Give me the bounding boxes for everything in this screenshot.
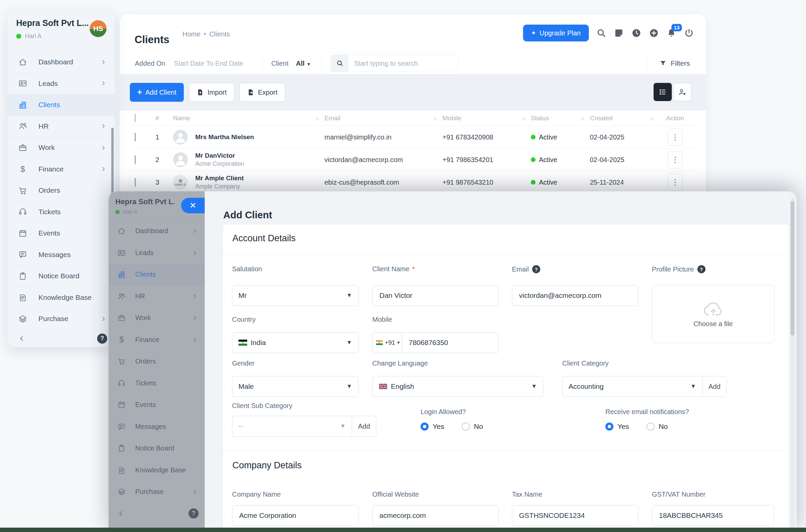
mobile-input[interactable] — [408, 338, 492, 347]
sort-icon[interactable]: ↑↓ — [650, 115, 659, 121]
filters-button[interactable]: Filters — [659, 59, 690, 68]
row-checkbox[interactable] — [134, 133, 136, 141]
col-action: Action — [659, 115, 691, 122]
sidebar-item-label: Messages — [38, 251, 71, 259]
tax-name-input[interactable] — [518, 511, 632, 520]
col-created[interactable]: Created↑↓ — [590, 115, 659, 122]
client-name[interactable]: Mr Ample Client — [195, 174, 244, 182]
row-checkbox[interactable] — [134, 155, 136, 164]
sidebar-item-knowledge-base: Knowledge Base — [109, 459, 205, 481]
row-actions-button[interactable]: ⋮ — [668, 128, 682, 146]
sidebar-nav: Dashboard Leads Clients — [109, 220, 205, 503]
add-category-button[interactable]: Add — [702, 376, 727, 397]
search-input[interactable] — [349, 60, 458, 68]
funnel-icon — [659, 60, 667, 67]
mobile-country-code-select[interactable]: +91▼ — [372, 332, 402, 353]
upgrade-plan-button[interactable]: ✦ Upgrade Plan — [523, 24, 589, 41]
quick-add-icon[interactable] — [649, 28, 659, 38]
login-yes-label: Yes — [433, 422, 444, 431]
sort-icon[interactable]: ↑↓ — [315, 115, 325, 121]
import-button[interactable]: Import — [189, 83, 234, 102]
notifications-yes-radio[interactable] — [605, 422, 613, 431]
table-row: 3 ◍ AMPLE Mr Ample Client Ample Company — [130, 171, 696, 193]
breadcrumb-home[interactable]: Home — [182, 30, 200, 38]
gst-number-input[interactable] — [658, 511, 768, 520]
clock-icon[interactable] — [631, 28, 641, 38]
sidebar-item-finance[interactable]: $ Finance — [7, 159, 115, 180]
sort-icon[interactable]: ↑↓ — [433, 115, 442, 121]
col-mobile[interactable]: Mobile↑↓ — [442, 115, 531, 122]
sidebar-item-work[interactable]: Work — [7, 137, 115, 159]
notification-count-badge: 13 — [672, 24, 682, 31]
sidebar-item-events[interactable]: Events — [7, 223, 115, 244]
client-filter-dropdown[interactable]: All▼ — [296, 60, 311, 68]
add-client-button[interactable]: + Add Client — [130, 83, 184, 102]
client-name-input[interactable] — [379, 291, 492, 300]
client-name[interactable]: Mr DanVictor — [195, 152, 244, 159]
select-all-checkbox[interactable] — [134, 114, 136, 122]
help-circle-icon[interactable]: ? — [532, 265, 540, 273]
profile-picture-upload[interactable]: Choose a file — [652, 285, 774, 343]
login-no-radio[interactable] — [462, 422, 470, 431]
row-actions-button[interactable]: ⋮ — [668, 173, 682, 191]
language-select[interactable]: English▼ — [372, 376, 543, 397]
sort-icon[interactable]: ↑↓ — [581, 115, 590, 121]
sidebar-item-tickets[interactable]: Tickets — [7, 202, 115, 223]
notes-icon[interactable] — [614, 28, 624, 38]
modal-scrollbar-thumb[interactable] — [790, 201, 794, 336]
sidebar-item-clients[interactable]: Clients — [7, 94, 115, 116]
sidebar-item-leads[interactable]: Leads — [7, 73, 115, 95]
col-name[interactable]: Name↑↓ — [173, 115, 325, 122]
login-yes-radio[interactable] — [421, 422, 428, 431]
search-icon[interactable] — [596, 28, 606, 38]
gender-select[interactable]: Male▼ — [232, 376, 359, 397]
notifications-bell-icon[interactable]: 13 — [666, 28, 677, 38]
notifications-no-radio[interactable] — [646, 422, 655, 431]
sidebar-item-notice-board[interactable]: Notice Board — [7, 266, 115, 287]
col-email[interactable]: Email↑↓ — [325, 115, 442, 122]
sidebar-item-icon — [18, 79, 27, 88]
help-icon[interactable]: ? — [97, 334, 107, 344]
client-name[interactable]: Mrs Martha Nielsen — [195, 133, 254, 141]
choose-file-label[interactable]: Choose a file — [693, 320, 733, 328]
client-sub-category-select[interactable]: --▼ — [232, 416, 352, 437]
row-checkbox[interactable] — [134, 178, 136, 187]
sidebar-item-purchase[interactable]: Purchase — [7, 308, 115, 330]
sidebar-item-knowledge-base[interactable]: Knowledge Base — [7, 287, 115, 309]
export-button[interactable]: Export — [239, 83, 285, 102]
salutation-select[interactable]: Mr▼ — [232, 285, 359, 306]
email-notifications-label: Receive email notifications? — [605, 408, 689, 416]
email-input[interactable] — [518, 291, 632, 300]
chevron-right-icon — [191, 315, 198, 321]
logout-power-icon[interactable] — [684, 28, 694, 38]
official-website-input[interactable] — [379, 511, 492, 520]
sidebar-item-icon — [18, 207, 27, 216]
company-name-input[interactable] — [238, 511, 352, 520]
date-range-input[interactable]: Start Date To End Date — [174, 60, 243, 68]
sidebar-header: Hepra Soft Pvt L... Hari A HS — [7, 8, 115, 51]
country-select[interactable]: India▼ — [232, 332, 359, 353]
inactive-clients-view-button[interactable] — [673, 83, 691, 101]
sidebar-item-hr[interactable]: HR — [7, 116, 115, 137]
add-sub-category-button[interactable]: Add — [352, 416, 377, 437]
row-actions-button[interactable]: ⋮ — [668, 151, 682, 169]
help-icon: ? — [188, 508, 199, 518]
sidebar-item-icon — [18, 186, 27, 195]
sidebar-item-orders[interactable]: Orders — [7, 180, 115, 202]
sidebar-item-label: Events — [135, 401, 156, 409]
collapse-sidebar-icon[interactable] — [18, 335, 25, 342]
company-logo-avatar[interactable]: HS — [90, 20, 107, 37]
list-view-button[interactable] — [654, 83, 672, 101]
status-badge: Active — [531, 178, 590, 186]
help-circle-icon[interactable]: ? — [697, 265, 706, 273]
modal-close-button[interactable]: ✕ — [181, 198, 205, 213]
sidebar-item-messages[interactable]: Messages — [7, 244, 115, 266]
client-category-select[interactable]: Accounting▼ — [562, 376, 702, 397]
india-flag-icon — [238, 340, 247, 346]
sidebar-item-dashboard[interactable]: Dashboard — [7, 52, 115, 73]
sidebar-item-icon — [117, 401, 126, 409]
profile-picture-label: Profile Picture? — [652, 265, 706, 273]
sidebar-item-icon — [18, 100, 27, 110]
col-status[interactable]: Status↑↓ — [531, 115, 590, 122]
sort-icon[interactable]: ↑↓ — [522, 115, 531, 121]
